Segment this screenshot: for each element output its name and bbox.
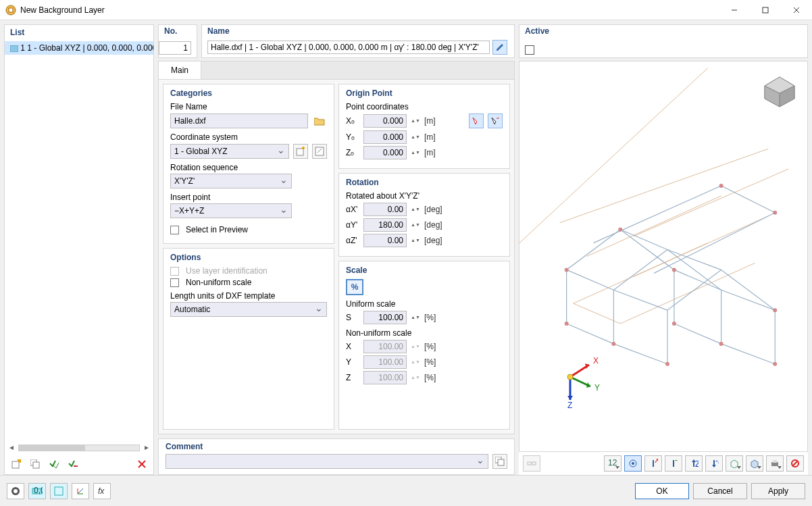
pick-point-button[interactable]	[469, 113, 484, 128]
titlebar: New Background Layer	[0, 0, 812, 20]
svg-point-51	[773, 308, 777, 312]
horizontal-scrollbar[interactable]: ◂ ▸	[5, 442, 153, 454]
no-input[interactable]	[159, 41, 191, 55]
svg-text:Y: Y	[594, 383, 600, 393]
comment-input[interactable]	[166, 454, 488, 469]
name-cell: Name	[201, 24, 515, 58]
svg-point-40	[565, 322, 569, 326]
origin-group: Origin Point Point coordinates X₀ ▲▼ [m]…	[338, 84, 510, 169]
length-units-select[interactable]	[170, 302, 327, 317]
rotation-sequence-select[interactable]	[170, 174, 292, 188]
minimize-button[interactable]	[719, 0, 750, 20]
tab-bar: Main	[158, 61, 515, 79]
svg-line-88	[78, 488, 83, 494]
reset-view-button[interactable]	[786, 455, 804, 472]
svg-text:X: X	[593, 356, 599, 365]
delete-item-button[interactable]	[134, 457, 149, 472]
view-cube[interactable]	[756, 66, 803, 113]
browse-file-button[interactable]	[312, 113, 327, 128]
svg-rect-9	[33, 462, 39, 468]
tab-main[interactable]: Main	[159, 61, 201, 79]
svg-text:-Z: -Z	[715, 459, 719, 465]
maximize-button[interactable]	[750, 0, 781, 20]
edit-name-button[interactable]	[492, 40, 507, 55]
axis-gizmo: X Y Z	[547, 350, 607, 411]
show-model-button[interactable]	[624, 455, 642, 472]
comment-library-button[interactable]	[492, 454, 507, 469]
link-view-button	[523, 455, 540, 472]
svg-marker-59	[567, 396, 573, 400]
active-checkbox[interactable]	[525, 45, 534, 55]
view-z-up-button[interactable]: Z	[685, 455, 703, 472]
svg-text:0,00: 0,00	[34, 486, 43, 495]
svg-line-82	[792, 461, 798, 466]
edit-cs-button[interactable]	[312, 144, 327, 159]
svg-point-46	[565, 268, 569, 272]
y0-input[interactable]	[363, 130, 407, 144]
svg-point-45	[773, 362, 777, 366]
svg-point-43	[672, 322, 676, 326]
active-cell: Active	[519, 24, 808, 58]
alpha-x-input[interactable]	[363, 203, 407, 216]
svg-text:fx: fx	[98, 486, 105, 496]
svg-rect-80	[773, 460, 777, 463]
name-input[interactable]	[207, 41, 490, 54]
svg-point-47	[618, 228, 622, 232]
preview-viewport[interactable]: X Y Z	[519, 61, 808, 452]
svg-text:-Y: -Y	[675, 459, 678, 465]
scale-y-input	[363, 355, 407, 369]
numbering-button[interactable]: 123	[604, 455, 621, 472]
axes-button[interactable]	[72, 483, 89, 499]
preview-toolbar: 123 X -Y Z -Z	[519, 452, 808, 475]
uniform-scale-input[interactable]	[363, 311, 407, 324]
rotation-group: Rotation Rotated about X'Y'Z' αX'▲▼[deg]…	[338, 173, 510, 257]
svg-line-32	[674, 324, 721, 344]
function-button[interactable]: fx	[93, 483, 111, 499]
help-button[interactable]	[7, 483, 24, 499]
list-header: List	[5, 25, 153, 41]
svg-point-41	[611, 342, 615, 346]
view-x-button[interactable]: X	[644, 455, 662, 472]
z0-input[interactable]	[363, 146, 407, 159]
print-button[interactable]	[766, 455, 784, 472]
svg-point-48	[672, 268, 676, 272]
percent-toggle[interactable]: %	[346, 279, 363, 295]
options-group: Options Use layer identification Non-uni…	[163, 248, 334, 430]
uncheck-all-button[interactable]	[66, 457, 80, 472]
x0-input[interactable]	[363, 114, 407, 128]
non-uniform-scale-checkbox[interactable]	[170, 278, 179, 287]
pick-origin-button[interactable]	[488, 113, 503, 128]
filename-input[interactable]	[170, 113, 308, 128]
close-button[interactable]	[781, 0, 812, 20]
grid-button[interactable]	[50, 483, 68, 499]
app-icon	[5, 5, 16, 16]
view-y-button[interactable]: -Y	[665, 455, 682, 472]
list-item[interactable]: 1 1 - Global XYZ | 0.000, 0.000, 0.000 m…	[5, 41, 153, 55]
copy-item-button[interactable]	[28, 457, 43, 472]
svg-text:X: X	[655, 459, 658, 465]
new-item-button[interactable]	[9, 457, 24, 472]
no-cell: No.	[158, 24, 197, 58]
apply-button[interactable]: Apply	[751, 483, 805, 499]
view-z-down-button[interactable]: -Z	[705, 455, 723, 472]
list-panel: List 1 1 - Global XYZ | 0.000, 0.000, 0.…	[4, 24, 154, 475]
cancel-button[interactable]: Cancel	[693, 483, 747, 499]
use-layer-id-checkbox	[170, 267, 179, 276]
new-cs-button[interactable]	[293, 144, 308, 159]
coordinate-system-select[interactable]	[170, 144, 289, 159]
svg-text:123: 123	[608, 459, 617, 467]
check-all-button[interactable]	[47, 457, 61, 472]
alpha-z-input[interactable]	[363, 234, 407, 247]
ok-button[interactable]: OK	[635, 483, 689, 499]
x0-spinner[interactable]: ▲▼	[411, 119, 420, 123]
svg-line-33	[721, 344, 776, 364]
render-mode-button[interactable]	[746, 455, 763, 472]
select-in-preview-checkbox[interactable]	[170, 226, 179, 234]
svg-line-34	[567, 270, 614, 290]
insert-point-select[interactable]	[170, 203, 292, 218]
iso-view-button[interactable]	[726, 455, 743, 472]
scale-z-input	[363, 371, 407, 384]
svg-marker-77	[731, 460, 738, 468]
units-button[interactable]: 0,00	[28, 483, 46, 499]
alpha-y-input[interactable]	[363, 218, 407, 232]
